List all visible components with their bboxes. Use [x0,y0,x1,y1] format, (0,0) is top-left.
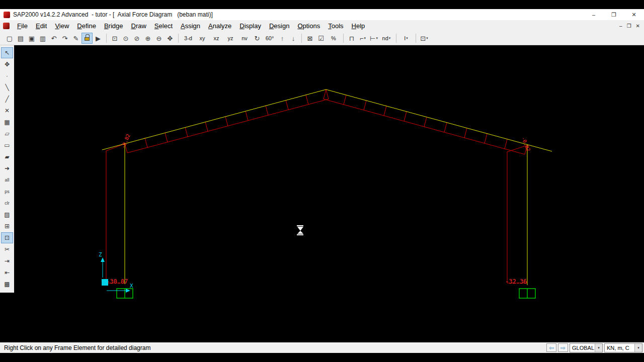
tool-divide-frame-button[interactable]: ✂ [2,244,13,254]
mdi-close-button[interactable]: ✕ [636,23,640,29]
open-file-button[interactable]: ▤ [16,33,26,43]
assign-joint-button[interactable]: ⊢▾ [369,33,379,43]
left-support [117,289,133,298]
toolbar-items: ▢▤▣▥↶↷✎▶⊡⊙⊘⊕⊖✥3-dxyxzyznv↻60°↑↓⊠☑%⊓⌐▾⊢▾n… [4,33,430,43]
tool-select-arrow-button[interactable]: ➜ [2,163,13,173]
coord-system-value: GLOBAL [570,345,595,351]
perspective-angle-button[interactable]: 60° [263,33,276,43]
status-bar: Right Click on any Frame Element for det… [0,342,644,353]
dropdown-caret-icon: ▾ [426,36,428,40]
rafter-members[interactable] [102,89,552,151]
menu-help[interactable]: Help [348,21,369,31]
view-xz-button[interactable]: xz [210,33,223,43]
previous-zoom-button[interactable]: ⊘ [132,33,142,43]
menu-define[interactable]: Define [73,21,100,31]
named-display-button[interactable]: nd▾ [380,33,393,43]
tool-draw-joint-button[interactable]: ∙ [2,71,13,81]
save-model-button[interactable]: ▣ [27,33,37,43]
coord-system-dropdown[interactable]: GLOBAL ▾ [570,343,603,352]
tool-invert-selection-button[interactable]: ▨ [2,210,13,220]
lock-model-button[interactable] [82,33,92,43]
menu-options[interactable]: Options [293,21,324,31]
tool-grid-button[interactable]: ▩ [2,279,13,289]
previous-window-button[interactable]: ⇦ [546,343,556,352]
toolbar-separator [301,34,302,43]
right-support [519,289,535,298]
close-button[interactable]: ✕ [624,9,644,20]
units-caret-icon[interactable]: ▾ [634,344,642,352]
restore-button[interactable]: ❐ [604,9,624,20]
tool-draw-frame-button[interactable]: ╲ [2,82,13,93]
restore-full-view-button[interactable]: ⊙ [121,33,131,43]
tool-select-all-button[interactable]: all [2,175,13,185]
menu-tools[interactable]: Tools [324,21,347,31]
menu-display[interactable]: Display [235,21,265,31]
model-canvas[interactable]: -30.07 -32.36 -0.82 -0.82 Z X [14,45,644,342]
toolbar-separator [396,34,396,43]
print-button[interactable]: ▥ [38,33,48,43]
move-up-button[interactable]: ↑ [277,33,287,43]
menu-view[interactable]: View [51,21,73,31]
pan-button[interactable]: ✥ [165,33,175,43]
units-dropdown[interactable]: KN, m, C ▾ [604,343,642,352]
tool-start-offset-button[interactable]: ⇤ [2,267,13,278]
window-options-button[interactable]: ⊡▾ [419,33,429,43]
menu-draw[interactable]: Draw [127,21,150,31]
run-analysis-button[interactable]: ▶ [93,33,103,43]
tool-set-display-button[interactable]: ⊞ [2,221,13,231]
toolbar-separator [106,34,107,43]
tool-end-offset-button[interactable]: ⇥ [2,256,13,266]
pencil-edit-button[interactable]: ✎ [71,33,81,43]
tool-draw-rect-button[interactable]: ▭ [2,140,13,150]
menu-file[interactable]: File [13,21,32,31]
tool-reshape-button[interactable]: ✥ [2,59,13,69]
column-members[interactable] [125,143,527,285]
coord-system-caret-icon[interactable]: ▾ [595,344,602,352]
zoom-in-button[interactable]: ⊕ [143,33,153,43]
tool-draw-area-button[interactable]: ▦ [2,117,13,127]
new-model-button[interactable]: ▢ [5,33,15,43]
tool-clear-selection-button[interactable]: clr [2,198,13,208]
menu-select[interactable]: Select [150,21,177,31]
model-view[interactable]: -30.07 -32.36 -0.82 -0.82 Z X [14,45,644,342]
tool-show-forces-button[interactable]: ⊡ [2,233,13,243]
right-eave-value: -0.82 [521,136,531,152]
tool-quick-area-button[interactable]: ▱ [2,129,13,139]
tool-quick-frame-button[interactable]: ╱ [2,94,13,104]
menu-analyze[interactable]: Analyze [204,21,235,31]
menu-design[interactable]: Design [265,21,293,31]
show-forces-button[interactable]: % [327,33,340,43]
rubber-band-zoom-button[interactable]: ⊡ [110,33,120,43]
frame-releases-button[interactable]: ⊓ [347,33,357,43]
rotate-view-button[interactable]: ↻ [252,33,262,43]
menu-bridge[interactable]: Bridge [100,21,127,31]
set-display-options-button[interactable]: ☑ [316,33,326,43]
z-axis-label: Z [99,251,102,258]
tool-delete-button[interactable]: ✕ [2,106,13,116]
minimize-button[interactable]: – [584,9,604,20]
menu-edit[interactable]: Edit [32,21,51,31]
tool-previous-selection-button[interactable]: ps [2,187,13,197]
supports [117,289,535,298]
mdi-restore-button[interactable]: ❐ [627,23,631,29]
mdi-minimize-button[interactable]: – [619,23,622,29]
view-yz-button[interactable]: yz [224,33,237,43]
move-down-button[interactable]: ↓ [288,33,298,43]
object-shrink-button[interactable]: ⊠ [305,33,315,43]
view-nv-button[interactable]: nv [238,33,251,43]
view-xy-button[interactable]: xy [196,33,209,43]
next-window-button[interactable]: ⇨ [558,343,568,352]
frame-sections-button[interactable]: I▾ [399,33,413,43]
redo-button[interactable]: ↷ [60,33,70,43]
tool-draw-poly-button[interactable]: ▰ [2,152,13,162]
assign-frame-button[interactable]: ⌐▾ [358,33,368,43]
undo-button[interactable]: ↶ [49,33,59,43]
frame-members[interactable] [102,89,552,285]
window-title: SAP2000 v14.2.2 Advanced - tutor - [ Axi… [13,11,213,18]
zoom-out-button[interactable]: ⊖ [154,33,164,43]
view-3d-button[interactable]: 3-d [182,33,195,43]
tool-pointer-button[interactable]: ↖ [2,48,13,58]
menu-assign[interactable]: Assign [177,21,204,31]
dropdown-caret-icon: ▾ [389,36,391,40]
right-base-value: -32.36 [505,278,527,285]
